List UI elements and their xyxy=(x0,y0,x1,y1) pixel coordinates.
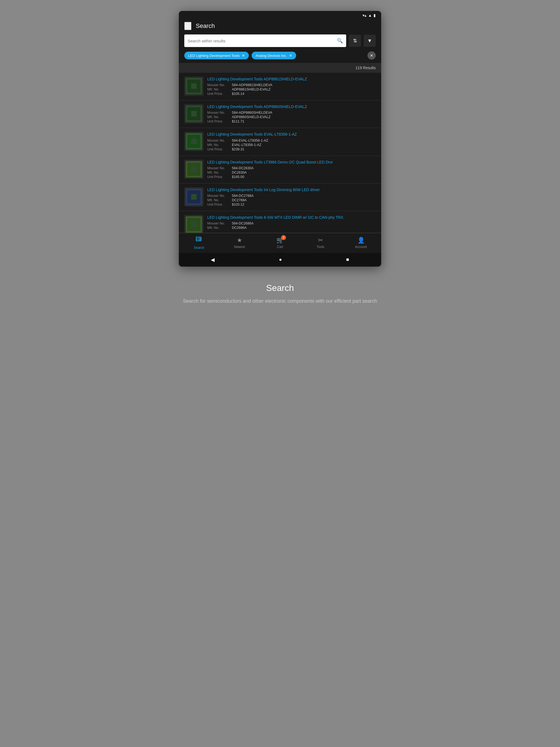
product-info: LED Lighting Development Tools Int Log D… xyxy=(207,187,376,207)
results-header: 119 Results xyxy=(179,63,381,73)
mfr-value: ADP8861SHIELD-EVALZ xyxy=(232,87,271,91)
product-info: LED Lighting Development Tools LT3966 De… xyxy=(207,160,376,179)
mfr-value: DC2686A xyxy=(232,226,247,230)
product-info: LED Lighting Development Tools 8-SW MTX … xyxy=(207,215,376,230)
filter-button[interactable]: ▼ xyxy=(364,35,376,47)
android-home-button[interactable]: ● xyxy=(279,257,282,262)
price-value: $103.12 xyxy=(232,203,244,206)
status-icons: ▾▴ ▲ ▮ xyxy=(362,13,376,18)
nav-item-account[interactable]: 👤 Account xyxy=(350,237,372,249)
product-title: LED Lighting Development Tools EVAL-LT83… xyxy=(207,132,376,137)
table-row[interactable]: LED Lighting Development Tools 8-SW MTX … xyxy=(179,211,381,233)
search-area: 🔍 ⇅ ▼ xyxy=(179,34,381,50)
mouser-value: 584-DC2630A xyxy=(232,166,253,170)
price-value: $165.00 xyxy=(232,175,244,179)
product-info: LED Lighting Development Tools ADP8861SH… xyxy=(207,77,376,96)
chip-label: Analog Devices Inc. xyxy=(255,54,287,58)
mouser-value: 584-DC2788A xyxy=(232,194,253,198)
status-bar: ▾▴ ▲ ▮ xyxy=(179,11,381,19)
product-image xyxy=(184,215,203,233)
chip-remove-icon[interactable]: ✕ xyxy=(242,53,245,58)
price-value: $105.14 xyxy=(232,92,244,96)
price-label: Unit Price. xyxy=(207,175,229,179)
search-input[interactable] xyxy=(187,38,337,43)
newest-nav-icon: ★ xyxy=(237,237,242,244)
product-image xyxy=(184,160,203,179)
mouser-value: 584-ADP8860SHIELDEVA xyxy=(232,111,272,114)
cart-badge: 3 xyxy=(281,235,286,240)
mouser-label: Mouser No. xyxy=(207,166,229,170)
nav-item-cart[interactable]: 🛒 3 Cart xyxy=(269,237,291,249)
product-info: LED Lighting Development Tools EVAL-LT83… xyxy=(207,132,376,152)
chips-row: LED Lighting Development Tools ✕ Analog … xyxy=(179,50,381,63)
mouser-value: 584-DC2686A xyxy=(232,222,253,225)
filter-chip-led[interactable]: LED Lighting Development Tools ✕ xyxy=(184,52,249,59)
mfr-value: EVAL-LT8356-1-AZ xyxy=(232,143,261,147)
search-nav-label: Search xyxy=(194,246,204,250)
account-nav-icon: 👤 xyxy=(357,237,365,244)
product-image xyxy=(184,104,203,123)
mouser-value: 584-ADP8861SHIELDEVA xyxy=(232,83,272,87)
price-label: Unit Price. xyxy=(207,120,229,123)
bottom-section: Search Search for semiconductors and oth… xyxy=(167,283,393,305)
product-image xyxy=(184,77,203,96)
nav-item-search[interactable]: Search xyxy=(188,236,210,250)
product-image xyxy=(184,187,203,206)
nav-item-tools[interactable]: ✂ Tools xyxy=(309,237,331,249)
product-info: LED Lighting Development Tools ADP8860SH… xyxy=(207,104,376,124)
product-title: LED Lighting Development Tools ADP8861SH… xyxy=(207,77,376,81)
wifi-icon: ▾▴ xyxy=(362,13,366,18)
price-value: $111.71 xyxy=(232,120,244,123)
top-bar: ← Search xyxy=(179,19,381,34)
back-button[interactable]: ← xyxy=(184,22,192,30)
mouser-label: Mouser No. xyxy=(207,111,229,114)
product-title: LED Lighting Development Tools Int Log D… xyxy=(207,187,376,192)
mfr-label: Mfr. No. xyxy=(207,87,229,91)
table-row[interactable]: LED Lighting Development Tools Int Log D… xyxy=(179,183,381,211)
bottom-title: Search xyxy=(183,283,377,293)
mouser-label: Mouser No. xyxy=(207,194,229,198)
page-title: Search xyxy=(196,22,215,29)
sort-button[interactable]: ⇅ xyxy=(349,35,361,47)
battery-icon: ▮ xyxy=(374,13,376,18)
price-label: Unit Price. xyxy=(207,203,229,206)
search-input-wrap: 🔍 xyxy=(184,34,346,47)
chip-remove-icon[interactable]: ✕ xyxy=(289,53,292,58)
filter-chip-analog[interactable]: Analog Devices Inc. ✕ xyxy=(252,52,296,59)
table-row[interactable]: LED Lighting Development Tools EVAL-LT83… xyxy=(179,128,381,156)
mfr-label: Mfr. No. xyxy=(207,143,229,147)
nav-item-newest[interactable]: ★ Newest xyxy=(229,237,251,249)
mfr-value: DC2788A xyxy=(232,198,247,202)
mfr-label: Mfr. No. xyxy=(207,226,229,230)
android-recent-button[interactable]: ■ xyxy=(346,257,349,262)
mfr-value: ADP8860SHIELD-EVALZ xyxy=(232,115,271,119)
android-nav-bar: ◀ ● ■ xyxy=(179,253,381,266)
product-list: LED Lighting Development Tools ADP8861SH… xyxy=(179,73,381,233)
mfr-label: Mfr. No. xyxy=(207,171,229,175)
cart-badge-wrap: 🛒 3 xyxy=(276,237,284,244)
bottom-subtitle: Search for semiconductors and other elec… xyxy=(183,298,377,305)
product-image xyxy=(184,132,203,151)
tools-nav-icon: ✂ xyxy=(318,237,323,244)
android-back-button[interactable]: ◀ xyxy=(211,257,215,263)
search-nav-icon xyxy=(196,236,203,245)
sort-icon: ⇅ xyxy=(353,38,357,44)
search-icon-button[interactable]: 🔍 xyxy=(337,38,343,44)
newest-nav-label: Newest xyxy=(234,245,245,249)
mouser-value: 584-EVAL-LT8356-1-AZ xyxy=(232,138,268,143)
mouser-label: Mouser No. xyxy=(207,138,229,143)
table-row[interactable]: LED Lighting Development Tools ADP8861SH… xyxy=(179,73,381,100)
table-row[interactable]: LED Lighting Development Tools LT3966 De… xyxy=(179,156,381,183)
results-count: 119 Results xyxy=(355,66,376,70)
table-row[interactable]: LED Lighting Development Tools ADP8860SH… xyxy=(179,100,381,128)
product-title: LED Lighting Development Tools 8-SW MTX … xyxy=(207,215,376,220)
account-nav-label: Account xyxy=(355,245,367,249)
mouser-label: Mouser No. xyxy=(207,83,229,87)
tools-nav-label: Tools xyxy=(316,245,324,249)
price-label: Unit Price. xyxy=(207,147,229,151)
phone-container: ▾▴ ▲ ▮ ← Search 🔍 ⇅ ▼ LED Lighting Devel… xyxy=(179,11,381,266)
price-label: Unit Price. xyxy=(207,92,229,96)
clear-all-button[interactable]: ✕ xyxy=(367,51,376,60)
price-value: $239.31 xyxy=(232,147,244,151)
mfr-label: Mfr. No. xyxy=(207,115,229,119)
